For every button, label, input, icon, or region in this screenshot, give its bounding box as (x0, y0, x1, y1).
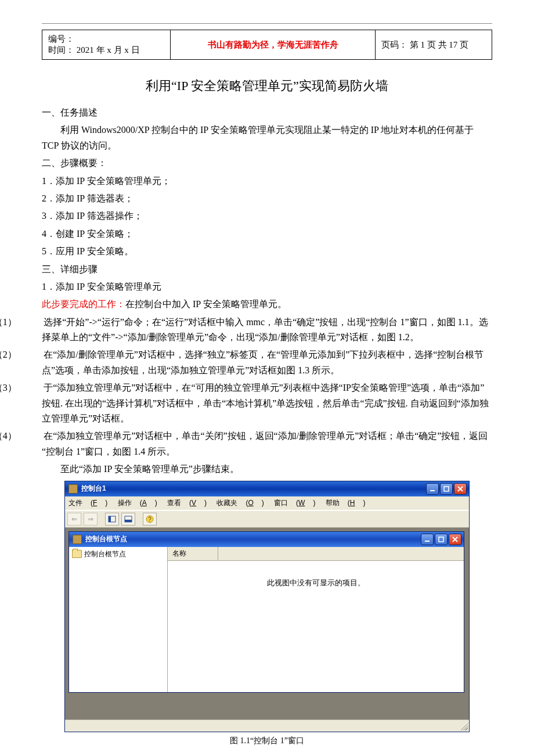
header-right-cell: 页码： 第 1 页 共 17 页 (376, 30, 492, 60)
page-value: 第 1 页 共 17 页 (410, 40, 468, 49)
tree-root-label: 控制台根节点 (84, 549, 126, 559)
header-left-cell: 编号： 时间： 2021 年 x 月 x 日 (42, 30, 171, 60)
tree-pane[interactable]: 控制台根节点 (69, 547, 168, 692)
child-window: 控制台根节点 控制台根节点 (68, 531, 464, 693)
step-item: 4．创建 IP 安全策略； (42, 226, 492, 242)
svg-rect-3 (109, 516, 111, 522)
child-maximize-button[interactable] (435, 534, 448, 545)
menu-fav[interactable]: 收藏夹(O) (217, 499, 264, 507)
red-rest: 在控制台中加入 IP 安全策略管理单元。 (125, 299, 287, 309)
sub-step: （2）在“添加/删除管理单元”对话框中，选择“独立”标签页，在“管理单元添加到”… (42, 347, 492, 378)
col-name[interactable]: 名称 (168, 547, 218, 560)
sub-step: （4）在“添加独立管理单元”对话框中，单击“关闭”按钮，返回“添加/删除管理单元… (42, 429, 492, 459)
header-box: 编号： 时间： 2021 年 x 月 x 日 书山有路勤为径，学海无涯苦作舟 页… (42, 30, 492, 60)
list-empty-message: 此视图中没有可显示的项目。 (168, 561, 464, 692)
sub-step: （1）选择“开始”->“运行”命令；在“运行”对话框中输入 mmc，单击“确定”… (42, 315, 492, 345)
section1-heading: 一、任务描述 (42, 105, 492, 120)
red-line: 此步要完成的工作：在控制台中加入 IP 安全策略管理单元。 (42, 297, 492, 312)
step-item: 5．应用 IP 安全策略。 (42, 244, 492, 259)
section1-para: 利用 Windows2000/XP 控制台中的 IP 安全策略管理单元实现阻止某… (42, 123, 492, 153)
red-prefix: 此步要完成的工作： (42, 299, 125, 309)
mmc-icon (73, 535, 82, 544)
close-button[interactable] (454, 483, 467, 495)
svg-rect-8 (425, 541, 430, 542)
minimize-button[interactable] (426, 483, 439, 495)
outer-title: 控制台1 (81, 484, 426, 494)
section2-heading: 二、步骤概要： (42, 156, 492, 171)
child-title: 控制台根节点 (85, 534, 421, 544)
menubar: 文件(F) 操作(A) 查看(V) 收藏夹(O) 窗口(W) 帮助(H) (65, 496, 469, 510)
toolbar-btn-1[interactable] (105, 513, 119, 525)
list-pane: 名称 此视图中没有可显示的项目。 (168, 547, 464, 692)
statusbar (65, 719, 469, 732)
menu-window[interactable]: 窗口(W) (274, 499, 315, 507)
mmc-icon (68, 484, 78, 494)
time-label: 时间： (48, 45, 74, 55)
sub-step: （3）于“添加独立管理单元”对话框中，在“可用的独立管理单元”列表框中选择“IP… (42, 380, 492, 426)
header-motto: 书山有路勤为径，学海无涯苦作舟 (171, 30, 376, 60)
page-title: 利用“IP 安全策略管理单元”实现简易防火墙 (42, 77, 492, 95)
time-value: 2021 年 x 月 x 日 (77, 45, 140, 55)
mdi-area: 控制台根节点 控制台根节点 (65, 528, 469, 719)
forward-button[interactable]: ⇒ (84, 513, 98, 525)
top-rule (42, 23, 492, 24)
toolbar: ⇐ ⇒ ? (65, 510, 469, 528)
section3-heading: 三、详细步骤 (42, 262, 492, 277)
folder-icon (72, 550, 82, 558)
mmc-window: 控制台1 文件(F) 操作(A) 查看(V) 收藏夹(O) 窗口(W) 帮助(H… (64, 481, 470, 732)
maximize-button[interactable] (440, 483, 453, 495)
menu-help[interactable]: 帮助(H) (326, 499, 366, 507)
svg-text:?: ? (148, 516, 151, 523)
svg-rect-1 (444, 487, 449, 491)
back-button[interactable]: ⇐ (67, 513, 81, 525)
menu-action[interactable]: 操作(A) (118, 499, 157, 507)
toolbar-help-button[interactable]: ? (143, 513, 157, 525)
step-item: 2．添加 IP 筛选器表； (42, 191, 492, 206)
step-item: 1．添加 IP 安全策略管理单元； (42, 174, 492, 189)
outer-titlebar[interactable]: 控制台1 (65, 481, 469, 496)
end-line: 至此“添加 IP 安全策略管理单元”步骤结束。 (42, 462, 492, 477)
menu-view[interactable]: 查看(V) (167, 499, 207, 507)
menu-file[interactable]: 文件(F) (68, 499, 107, 507)
figure-caption: 图 1.1“控制台 1”窗口 (42, 736, 492, 746)
list-header[interactable]: 名称 (168, 547, 464, 561)
child-minimize-button[interactable] (421, 534, 434, 545)
child-titlebar[interactable]: 控制台根节点 (69, 532, 464, 547)
page-label: 页码： (381, 40, 407, 49)
step1-title: 1．添加 IP 安全策略管理单元 (42, 279, 492, 294)
step-item: 3．添加 IP 筛选器操作； (42, 208, 492, 224)
svg-rect-9 (439, 537, 443, 542)
svg-rect-0 (430, 490, 435, 491)
serial-label: 编号： (48, 34, 74, 44)
child-close-button[interactable] (449, 534, 461, 545)
svg-rect-5 (125, 520, 132, 522)
toolbar-btn-2[interactable] (121, 513, 135, 525)
tree-root-item[interactable]: 控制台根节点 (71, 549, 165, 560)
col-spacer (218, 547, 464, 560)
resize-grip[interactable] (459, 721, 468, 730)
